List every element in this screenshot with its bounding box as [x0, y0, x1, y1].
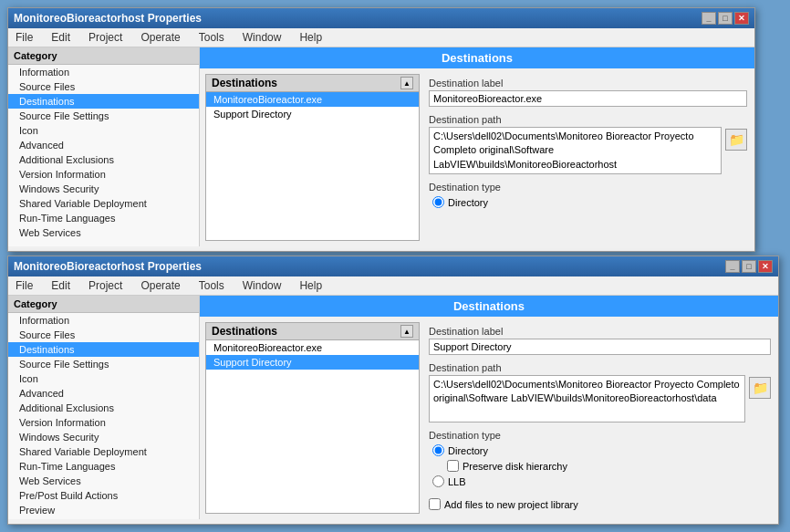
list-scroll-btn-1[interactable]: ▲ — [400, 77, 413, 89]
title-bar-buttons-2: _ □ ✕ — [725, 260, 773, 273]
cat-windows-security-2[interactable]: Windows Security — [8, 430, 199, 444]
dest-path-textarea-2[interactable]: C:\Users\dell02\Documents\Monitoreo Bior… — [429, 375, 745, 422]
radio-llb-input-2[interactable] — [432, 475, 444, 487]
destinations-items-1: MonitoreoBioreactor.exe Support Director… — [206, 92, 419, 240]
radio-directory-2: Directory — [429, 444, 771, 456]
cat-shared-variable-1[interactable]: Shared Variable Deployment — [8, 196, 199, 211]
minimize-button-1[interactable]: _ — [702, 12, 716, 25]
cat-web-services-2[interactable]: Web Services — [8, 474, 199, 488]
dest-label-input-1[interactable] — [429, 90, 747, 107]
path-row-1: C:\Users\dell02\Documents\Monitoreo Bior… — [429, 127, 747, 174]
dest-support-dir-1[interactable]: Support Directory — [206, 107, 419, 121]
destinations-list-header-1: Destinations ▲ — [206, 75, 419, 92]
menu-tools-1[interactable]: Tools — [195, 30, 228, 45]
menu-project-2[interactable]: Project — [85, 278, 126, 293]
cat-runtime-languages-2[interactable]: Run-Time Languages — [8, 459, 199, 474]
cat-information-2[interactable]: Information — [8, 313, 199, 328]
window-1: MonitoreoBioreactorhost Properties _ □ ✕… — [7, 7, 755, 252]
menu-window-2[interactable]: Window — [239, 278, 286, 293]
dest-label-text-1: Destination label — [429, 78, 747, 89]
menu-window-1[interactable]: Window — [239, 30, 286, 45]
maximize-button-1[interactable]: □ — [718, 12, 733, 25]
browse-button-1[interactable]: 📁 — [725, 129, 747, 151]
dest-exe-2[interactable]: MonitoreoBioreactor.exe — [206, 340, 419, 355]
radio-directory-label-2: Directory — [448, 445, 488, 456]
panel-content-1: Destinations ▲ MonitoreoBioreactor.exe S… — [200, 68, 754, 246]
cat-icon-2[interactable]: Icon — [8, 371, 199, 386]
cat-additional-exclusions-1[interactable]: Additional Exclusions — [8, 152, 199, 167]
dest-path-text-1: Destination path — [429, 114, 747, 125]
destinations-list-2: Destinations ▲ MonitoreoBioreactor.exe S… — [205, 322, 420, 514]
cat-version-info-2[interactable]: Version Information — [8, 415, 199, 430]
dest-path-group-1: Destination path C:\Users\dell02\Documen… — [429, 114, 747, 174]
preserve-hierarchy-checkbox-2[interactable] — [447, 460, 459, 472]
cat-source-files-1[interactable]: Source Files — [8, 79, 199, 94]
destinations-list-1: Destinations ▲ MonitoreoBioreactor.exe S… — [205, 74, 420, 241]
menu-help-2[interactable]: Help — [296, 278, 326, 293]
dest-form-2: Destination label Destination path C:\Us… — [427, 322, 773, 514]
menu-help-1[interactable]: Help — [296, 30, 326, 45]
add-files-row-2: Add files to new project library — [429, 498, 771, 510]
cat-destinations-2[interactable]: Destinations — [8, 342, 199, 357]
radio-llb-label-2: LLB — [448, 476, 466, 487]
list-scroll-btn-2[interactable]: ▲ — [400, 325, 413, 338]
title-bar-2[interactable]: MonitoreoBioreactorhost Properties _ □ ✕ — [8, 256, 778, 276]
dest-support-dir-2[interactable]: Support Directory — [206, 355, 419, 370]
cat-shared-variable-2[interactable]: Shared Variable Deployment — [8, 444, 199, 459]
cat-additional-exclusions-2[interactable]: Additional Exclusions — [8, 401, 199, 415]
cat-icon-1[interactable]: Icon — [8, 123, 199, 138]
dest-type-label-2: Destination type — [429, 430, 771, 441]
preserve-hierarchy-label-2: Preserve disk hierarchy — [463, 461, 567, 472]
preserve-hierarchy-row-2: Preserve disk hierarchy — [429, 460, 771, 472]
browse-button-2[interactable]: 📁 — [749, 377, 771, 399]
cat-runtime-languages-1[interactable]: Run-Time Languages — [8, 211, 199, 225]
cat-advanced-2[interactable]: Advanced — [8, 386, 199, 401]
cat-advanced-1[interactable]: Advanced — [8, 138, 199, 152]
close-button-2[interactable]: ✕ — [758, 260, 773, 273]
category-header-1: Category — [8, 47, 199, 65]
add-files-checkbox-2[interactable] — [429, 498, 441, 510]
path-row-2: C:\Users\dell02\Documents\Monitoreo Bior… — [429, 375, 771, 422]
window-2: MonitoreoBioreactorhost Properties _ □ ✕… — [7, 256, 779, 525]
radio-directory-input-1[interactable] — [432, 196, 444, 208]
dest-path-group-2: Destination path C:\Users\dell02\Documen… — [429, 362, 771, 422]
cat-preview-2[interactable]: Preview — [8, 503, 199, 517]
minimize-button-2[interactable]: _ — [725, 260, 740, 273]
menu-operate-1[interactable]: Operate — [137, 30, 183, 45]
dest-label-input-2[interactable] — [429, 339, 771, 355]
maximize-button-2[interactable]: □ — [742, 260, 756, 273]
menu-file-1[interactable]: File — [12, 30, 36, 45]
cat-source-file-settings-2[interactable]: Source File Settings — [8, 357, 199, 371]
menu-edit-1[interactable]: Edit — [47, 30, 74, 45]
close-button-1[interactable]: ✕ — [734, 12, 749, 25]
menu-file-2[interactable]: File — [12, 278, 36, 293]
dest-label-group-2: Destination label — [429, 326, 771, 355]
radio-directory-input-2[interactable] — [432, 444, 444, 456]
menu-operate-2[interactable]: Operate — [137, 278, 183, 293]
dest-label-text-2: Destination label — [429, 326, 771, 337]
cat-destinations-1[interactable]: Destinations — [8, 94, 199, 109]
window-title-2: MonitoreoBioreactorhost Properties — [14, 260, 202, 273]
category-header-2: Category — [8, 296, 199, 313]
cat-web-services-1[interactable]: Web Services — [8, 225, 199, 240]
title-bar-1[interactable]: MonitoreoBioreactorhost Properties _ □ ✕ — [8, 8, 754, 28]
menu-edit-2[interactable]: Edit — [47, 278, 74, 293]
menu-project-1[interactable]: Project — [85, 30, 126, 45]
dest-type-section-1: Destination type Directory — [429, 182, 747, 208]
cat-source-files-2[interactable]: Source Files — [8, 328, 199, 342]
add-files-label-2: Add files to new project library — [444, 499, 578, 510]
dest-exe-1[interactable]: MonitoreoBioreactor.exe — [206, 92, 419, 107]
category-panel-2: Category Information Source Files Destin… — [8, 296, 200, 519]
dest-path-text-2: Destination path — [429, 362, 771, 373]
cat-pre-post-build-2[interactable]: Pre/Post Build Actions — [8, 488, 199, 503]
cat-information-1[interactable]: Information — [8, 65, 199, 79]
panel-title-1: Destinations — [200, 47, 754, 68]
dest-path-textarea-1[interactable]: C:\Users\dell02\Documents\Monitoreo Bior… — [429, 127, 722, 174]
menu-tools-2[interactable]: Tools — [195, 278, 228, 293]
title-bar-buttons-1: _ □ ✕ — [702, 12, 749, 25]
cat-windows-security-1[interactable]: Windows Security — [8, 182, 199, 196]
cat-version-info-1[interactable]: Version Information — [8, 167, 199, 182]
cat-source-file-settings-1[interactable]: Source File Settings — [8, 109, 199, 123]
destinations-list-header-2: Destinations ▲ — [206, 323, 419, 340]
right-panel-2: Destinations Destinations ▲ MonitoreoBio… — [200, 296, 778, 519]
